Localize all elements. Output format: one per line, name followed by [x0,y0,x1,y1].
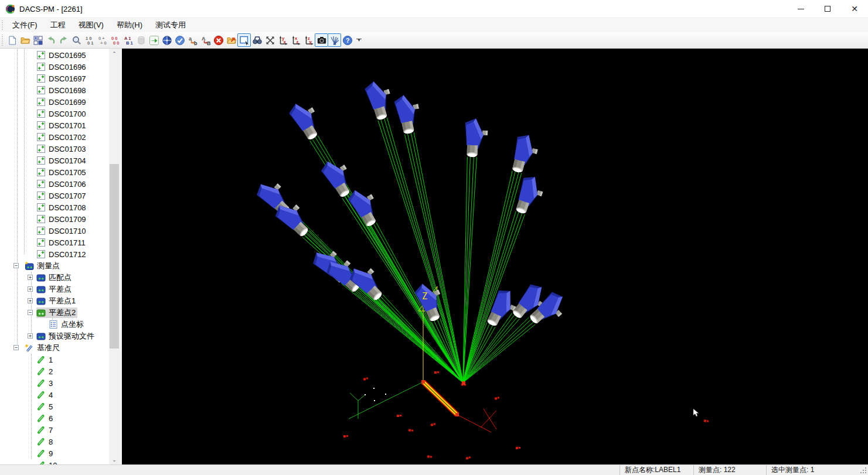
tree-row-DSC01708[interactable]: DSC01708 [0,201,109,213]
tree-row-10[interactable]: 10 [0,459,109,464]
run-button[interactable] [147,33,161,47]
tree-row-DSC01699[interactable]: DSC01699 [0,96,109,108]
scene-canvas[interactable]: Z [122,49,868,464]
rename-uppercase-button[interactable]: AB [199,33,212,47]
tree-row-测量点[interactable]: −测量点 [0,260,109,272]
tree-row-点坐标[interactable]: 点坐标 [0,319,109,330]
undo-button[interactable] [44,33,57,47]
tree-row-DSC01712[interactable]: DSC01712 [0,248,109,260]
tree-row-预设驱动文件[interactable]: +预设驱动文件 [0,330,109,342]
toolbar: 1 00 10 ++ 00 00 0A 1B 1abAByxxzzy? ▾ [0,32,868,49]
tree-row-5[interactable]: 5 [0,401,109,412]
tree-row-DSC01695[interactable]: DSC01695 [0,49,109,61]
pts-blue-icon [36,332,46,341]
tree-row-1[interactable]: 1 [0,354,109,365]
tree-row-DSC01702[interactable]: DSC01702 [0,131,109,143]
tree-row-DSC01698[interactable]: DSC01698 [0,84,109,96]
scroll-down-icon[interactable]: ⌄ [109,455,120,464]
resize-grip[interactable] [857,465,868,475]
tree-row-DSC01710[interactable]: DSC01710 [0,225,109,237]
tree-row-9[interactable]: 9 [0,447,109,459]
export-folder-button[interactable] [224,33,238,47]
toolbar-overflow-button[interactable]: ▾ [355,33,363,47]
tree-row-DSC01706[interactable]: DSC01706 [0,178,109,190]
menu-item-1[interactable]: 文件(F) [6,19,44,31]
tree-item-label: DSC01709 [49,215,86,224]
collapse-icon[interactable]: − [28,310,33,315]
tree-row-DSC01700[interactable]: DSC01700 [0,108,109,119]
tree-row-7[interactable]: 7 [0,424,109,436]
tree-row-2[interactable]: 2 [0,365,109,377]
tree-row-平差点[interactable]: +平差点 [0,283,109,295]
new-project-button[interactable] [5,33,19,47]
tree-row-基准尺[interactable]: −基准尺 [0,342,109,354]
fit-view-button[interactable] [263,33,277,47]
tree-row-4[interactable]: 4 [0,389,109,401]
help-button[interactable]: ? [341,33,354,47]
renumber-points-button[interactable]: 1 00 1 [83,33,96,47]
tree-row-DSC01711[interactable]: DSC01711 [0,237,109,248]
toolbar-grip[interactable] [1,35,4,46]
camera-view-button[interactable] [315,33,328,47]
rename-a1b1-button[interactable]: A 1B 1 [121,33,135,47]
expand-icon[interactable]: + [28,333,33,339]
open-project-button[interactable] [18,33,32,47]
tree-row-平差点2[interactable]: −平差点2 [0,307,109,319]
img-add-icon [36,86,46,95]
tree-row-平差点1[interactable]: +平差点1 [0,295,109,307]
show-rays-button[interactable] [328,33,341,47]
tree-scrollbar[interactable]: ⌃ ⌄ [109,49,120,464]
delete-archive-button[interactable] [134,33,148,47]
menu-item-2[interactable]: 工程 [44,19,72,31]
menubar-grip[interactable] [1,20,4,30]
rename-lowercase-button[interactable]: ab [186,33,199,47]
confirm-icon [175,35,185,46]
tree-row-DSC01701[interactable]: DSC01701 [0,119,109,131]
tree-row-DSC01696[interactable]: DSC01696 [0,61,109,73]
menu-item-3[interactable]: 视图(V) [72,19,110,31]
menu-item-5[interactable]: 测试专用 [149,19,192,31]
show-rays-icon [329,35,340,46]
match-points-button[interactable]: 0 00 0 [108,33,122,47]
view-xz-button[interactable]: xz [289,33,302,47]
camera-view-icon [316,35,327,46]
view-zy-button[interactable]: zy [302,33,315,47]
tree-row-3[interactable]: 3 [0,377,109,389]
tree-row-DSC01704[interactable]: DSC01704 [0,155,109,166]
view-yx-button[interactable]: yx [276,33,290,47]
tile-windows-button[interactable] [31,33,45,47]
target-button[interactable] [160,33,173,47]
select-rectangle-icon [239,35,250,46]
minimize-button[interactable] [787,0,814,18]
tree-row-DSC01709[interactable]: DSC01709 [0,213,109,225]
delete-button[interactable] [212,33,225,47]
collapse-icon[interactable]: − [13,263,19,268]
tree-row-DSC01703[interactable]: DSC01703 [0,143,109,155]
expand-icon[interactable]: + [28,298,33,303]
menu-item-4[interactable]: 帮助(H) [110,19,149,31]
expand-icon[interactable]: + [28,286,33,292]
scrollbar-thumb[interactable] [110,164,119,348]
tree-item-label: DSC01706 [49,180,86,189]
tree-row-DSC01705[interactable]: DSC01705 [0,166,109,178]
find-button[interactable] [250,33,264,47]
tree-row-6[interactable]: 6 [0,412,109,424]
expand-icon[interactable]: + [28,275,33,280]
tree-row-DSC01697[interactable]: DSC01697 [0,73,109,84]
white-point [374,400,375,401]
close-button[interactable]: ✕ [841,0,868,18]
viewport-3d[interactable]: Z [122,49,868,464]
tree-row-8[interactable]: 8 [0,436,109,447]
collapse-icon[interactable]: − [13,345,19,350]
redo-button[interactable] [57,33,70,47]
scroll-up-icon[interactable]: ⌃ [109,49,120,59]
confirm-button[interactable] [173,33,186,47]
zoom-button[interactable] [70,33,83,47]
select-rectangle-button[interactable] [237,33,251,47]
maximize-button[interactable] [814,0,841,18]
tree-item-label: DSC01699 [49,98,86,107]
add-points-button[interactable]: 0 ++ 0 [96,33,109,47]
tree-row-匹配点[interactable]: +匹配点 [0,272,109,283]
tree-item-label: 预设驱动文件 [49,331,94,341]
tree-row-DSC01707[interactable]: DSC01707 [0,190,109,201]
